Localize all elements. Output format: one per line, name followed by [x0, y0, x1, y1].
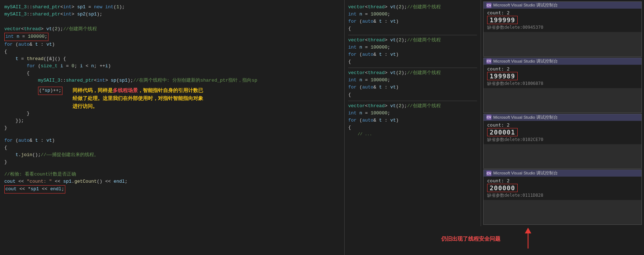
right-top: vector<thread> vt(2);//创建两个线程 int n = 10… — [345, 0, 644, 226]
code-line: for (auto& t : vt) — [4, 41, 340, 48]
console-title-2: Microsoft Visual Studio 调试控制台 — [493, 59, 558, 64]
right-panel: vector<thread> vt(2);//创建两个线程 int n = 10… — [345, 0, 644, 255]
code-line: }); — [4, 117, 340, 124]
code-line: for (auto& t : vt) — [348, 84, 477, 91]
code-line: vector<thread> vt(2);//创建两个线程 — [348, 103, 477, 110]
console-number-2: 199989 — [487, 72, 518, 80]
code-line: { — [4, 144, 340, 151]
console-card-4: CV Microsoft Visual Studio 调试控制台 count: … — [483, 169, 642, 225]
code-line: vector<thread> vt(2);//创建两个线程 — [348, 69, 477, 77]
console-number-4: 200000 — [487, 184, 518, 192]
code-line: int n = 100000; — [348, 77, 477, 84]
code-line: for (auto& t : vt) — [348, 51, 477, 58]
console-number-3: 200001 — [487, 128, 518, 136]
code-line: for (auto& t : vt) — [4, 137, 340, 144]
code-line: for (auto& t : vt) — [348, 18, 477, 25]
console-card-3: CV Microsoft Visual Studio 调试控制台 count: … — [483, 114, 642, 169]
code-line-highlighted: (*sp)++; — [4, 87, 69, 95]
vs-icon-3: CV — [486, 115, 491, 120]
code-line: for (auto& t : vt) — [348, 117, 477, 124]
console-count-4: count: 2 — [487, 178, 638, 183]
code-line: mySAII_3::shared_ptr<int> sp1 = new int(… — [4, 4, 340, 11]
consoles-column: CV Microsoft Visual Studio 调试控制台 count: … — [481, 0, 644, 226]
console-body-4: count: 2 200000 缺省参数delete:0111D828 — [484, 177, 641, 200]
bottom-annotation-area: 仍旧出现了线程安全问题 — [345, 226, 644, 255]
console-count-2: count: 2 — [487, 66, 638, 72]
code-line: { — [348, 91, 477, 99]
console-number-1: 199999 — [487, 16, 518, 24]
code-line: int n = 100000; — [348, 44, 477, 51]
console-title-1: Microsoft Visual Studio 调试控制台 — [493, 3, 558, 8]
code-line: for (size_t i = 0; i < n; ++i) — [4, 63, 340, 70]
annotation-text: 同样代码，同样是多线程场景，智能指针自身的引用计数已 经做了处理。这里我们在外部… — [73, 87, 203, 110]
code-line: { — [348, 25, 477, 32]
console-card-1: CV Microsoft Visual Studio 调试控制台 count: … — [483, 1, 642, 57]
code-line: } — [4, 159, 340, 166]
annotation-line3: 进行访问。 — [73, 104, 98, 109]
annotation-line1: 同样代码，同样是多线程场景，智能指针自身的引用计数已 — [73, 88, 203, 93]
code-line: mySAII_3::shared_ptr<int> sp2(sp1); — [4, 11, 340, 18]
console-count-3: count: 2 — [487, 122, 638, 128]
code-line: int n = 100000; — [348, 11, 477, 18]
code-line: vector<thread> vt(2);//创建两个线程 — [348, 37, 477, 44]
vs-icon: CV — [486, 3, 491, 8]
console-body-1: count: 2 199999 缺省参数delete:00945370 — [484, 9, 641, 32]
console-body-3: count: 2 200001 缺省参数delete:0102CE70 — [484, 121, 641, 144]
bottom-annotation-text: 仍旧出现了线程安全问题 — [441, 236, 500, 242]
code-line: int n = 100000; — [348, 110, 477, 117]
console-titlebar-4: CV Microsoft Visual Studio 调试控制台 — [484, 170, 641, 177]
console-body-2: count: 2 199989 缺省参数delete:01006878 — [484, 65, 641, 88]
console-delete-3: 缺省参数delete:0102CE70 — [487, 137, 638, 143]
code-line: } — [4, 110, 340, 117]
code-line: mySAII_3::shared_ptr<int> sp(sp1);//在两个线… — [4, 77, 340, 84]
code-line: { — [348, 58, 477, 65]
console-title-4: Microsoft Visual Studio 调试控制台 — [493, 170, 558, 176]
code-line: vector<thread> vt(2);//创建两个线程 — [4, 26, 340, 33]
code-line: { — [4, 70, 340, 77]
vs-icon-4: CV — [486, 171, 491, 176]
vs-icon-2: CV — [486, 59, 491, 64]
console-card-2: CV Microsoft Visual Studio 调试控制台 count: … — [483, 58, 642, 113]
console-delete-2: 缺省参数delete:01006878 — [487, 81, 638, 87]
console-delete-4: 缺省参数delete:0111D828 — [487, 192, 638, 199]
code-line: // ... — [348, 131, 477, 137]
svg-marker-1 — [525, 228, 531, 233]
console-title-3: Microsoft Visual Studio 调试控制台 — [493, 115, 558, 120]
console-titlebar-1: CV Microsoft Visual Studio 调试控制台 — [484, 2, 641, 9]
annotation-line2: 经做了处理。这里我们在外部使用时，对指针智能指向对象 — [73, 96, 203, 101]
code-line: t = thread([&]() { — [4, 55, 340, 63]
console-count-1: count: 2 — [487, 10, 638, 15]
code-line: { — [4, 48, 340, 55]
code-line: t.join();//——捕捉创建出来的线程。 — [4, 151, 340, 159]
code-line: { — [348, 124, 477, 131]
code-line: cout << "count: " << sp1.getCount() << e… — [4, 178, 340, 185]
code-line: } — [4, 124, 340, 132]
console-titlebar-2: CV Microsoft Visual Studio 调试控制台 — [484, 58, 641, 65]
right-code-col: vector<thread> vt(2);//创建两个线程 int n = 10… — [345, 0, 481, 226]
console-titlebar-3: CV Microsoft Visual Studio 调试控制台 — [484, 114, 641, 121]
code-line-highlighted: cout << *sp1 << endl; — [4, 185, 340, 193]
left-code-panel: mySAII_3::shared_ptr<int> sp1 = new int(… — [0, 0, 345, 255]
code-line: //检验: 看看count计数是否正确 — [4, 171, 340, 178]
code-line-highlighted: int n = 100000; — [4, 33, 340, 41]
code-line: vector<thread> vt(2);//创建两个线程 — [348, 4, 477, 11]
arrow-up-icon — [523, 227, 533, 252]
console-delete-1: 缺省参数delete:00945370 — [487, 24, 638, 31]
